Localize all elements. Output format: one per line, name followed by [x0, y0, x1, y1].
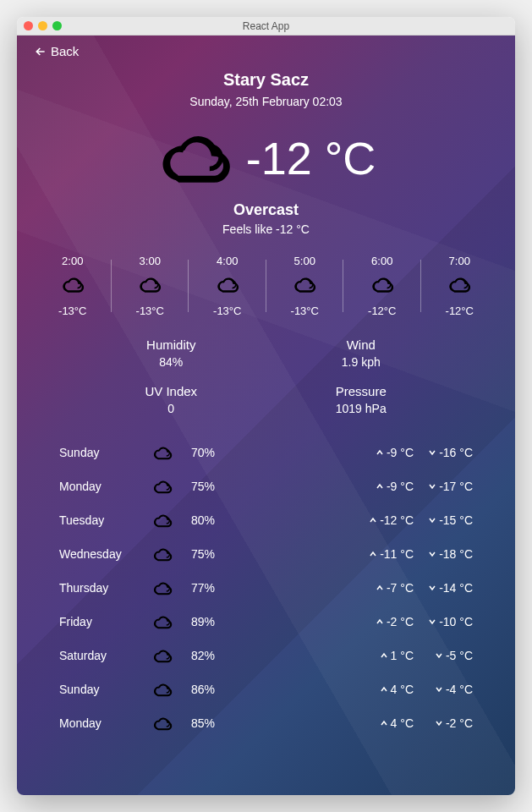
cloud-icon — [152, 612, 186, 632]
cloud-icon — [152, 544, 186, 564]
chevron-up-icon — [376, 615, 384, 628]
titlebar: React App — [17, 17, 515, 36]
hour-temp: -13°C — [189, 304, 266, 317]
humidity-value: 84% — [76, 355, 266, 369]
pressure-label: Pressure — [266, 384, 457, 398]
cloud-icon — [34, 272, 112, 299]
cloud-icon — [152, 476, 186, 497]
chevron-down-icon — [435, 716, 443, 730]
app-window: React App Back Stary Sacz Sunday, 25th F… — [17, 17, 515, 795]
day-name: Monday — [59, 480, 152, 493]
wind-label: Wind — [266, 337, 457, 352]
cloud-icon — [421, 272, 499, 299]
daily-row: Saturday 82% 1 °C -5 °C — [59, 639, 473, 672]
daily-forecast: Sunday 70% -9 °C -16 °C Monday 75% -9 °C… — [59, 436, 473, 740]
hour-temp: -13°C — [34, 304, 112, 317]
day-high: -11 °C — [354, 547, 414, 561]
hour-time: 6:00 — [343, 255, 421, 267]
day-low: -17 °C — [414, 480, 473, 493]
hour-time: 3:00 — [112, 255, 189, 267]
city-name: Stary Sacz — [34, 70, 498, 90]
day-high: -7 °C — [354, 581, 414, 595]
day-name: Sunday — [59, 446, 152, 459]
hourly-item: 6:00 -12°C — [343, 255, 421, 317]
feels-like: Feels like -12 °C — [34, 222, 498, 236]
day-low: -5 °C — [414, 649, 473, 662]
hourly-item: 2:00 -13°C — [34, 255, 112, 317]
chevron-up-icon — [380, 683, 388, 696]
day-low: -2 °C — [414, 716, 473, 730]
day-high: -9 °C — [354, 446, 414, 459]
hourly-item: 4:00 -13°C — [189, 255, 266, 317]
hour-time: 7:00 — [421, 255, 499, 267]
daily-row: Sunday 86% 4 °C -4 °C — [59, 672, 473, 706]
daily-row: Thursday 77% -7 °C -14 °C — [59, 571, 473, 605]
cloud-icon — [152, 442, 186, 463]
cloud-icon — [343, 272, 421, 299]
day-low: -10 °C — [414, 615, 473, 628]
hour-time: 5:00 — [266, 255, 344, 267]
day-precip: 75% — [186, 547, 237, 561]
day-name: Monday — [59, 716, 152, 730]
hourly-item: 5:00 -13°C — [266, 255, 344, 317]
chevron-up-icon — [376, 446, 384, 459]
window-title: React App — [17, 20, 515, 32]
day-name: Tuesday — [59, 513, 152, 527]
day-name: Saturday — [59, 649, 152, 662]
daily-row: Tuesday 80% -12 °C -15 °C — [59, 503, 473, 537]
back-arrow-icon — [34, 45, 47, 58]
hour-time: 2:00 — [34, 255, 112, 267]
minimize-window-button[interactable] — [38, 21, 47, 30]
hour-temp: -13°C — [266, 304, 344, 317]
daily-row: Wednesday 75% -11 °C -18 °C — [59, 537, 473, 571]
cloud-icon — [152, 578, 186, 598]
humidity-stat: Humidity 84% — [76, 337, 266, 369]
hour-time: 4:00 — [189, 255, 266, 267]
humidity-label: Humidity — [76, 337, 266, 352]
day-precip: 85% — [186, 716, 237, 730]
hourly-item: 7:00 -12°C — [421, 255, 499, 317]
day-precip: 75% — [186, 480, 237, 493]
traffic-lights — [24, 21, 62, 30]
pressure-value: 1019 hPa — [266, 402, 457, 415]
chevron-up-icon — [380, 649, 388, 662]
day-precip: 80% — [186, 513, 237, 527]
hourly-item: 3:00 -13°C — [112, 255, 189, 317]
back-button-label: Back — [51, 44, 79, 58]
chevron-up-icon — [369, 547, 377, 561]
daily-row: Sunday 70% -9 °C -16 °C — [59, 436, 473, 469]
day-high: 4 °C — [354, 716, 414, 730]
cloud-icon — [189, 272, 266, 299]
current-condition: Overcast — [34, 201, 498, 219]
day-high: 1 °C — [354, 649, 414, 662]
cloud-icon — [112, 272, 189, 299]
maximize-window-button[interactable] — [52, 21, 62, 30]
chevron-down-icon — [428, 615, 436, 628]
wind-stat: Wind 1.9 kph — [266, 337, 457, 369]
close-window-button[interactable] — [24, 21, 33, 30]
day-low: -4 °C — [414, 683, 473, 696]
cloud-icon — [152, 645, 186, 666]
chevron-down-icon — [428, 547, 436, 561]
day-low: -15 °C — [414, 513, 473, 527]
day-precip: 82% — [186, 649, 237, 662]
cloud-icon — [152, 713, 186, 733]
back-button[interactable]: Back — [34, 44, 79, 58]
hour-temp: -13°C — [112, 304, 189, 317]
day-low: -16 °C — [414, 446, 473, 459]
day-name: Wednesday — [59, 547, 152, 561]
chevron-down-icon — [428, 446, 436, 459]
daily-row: Monday 75% -9 °C -17 °C — [59, 469, 473, 503]
chevron-down-icon — [428, 581, 436, 595]
chevron-up-icon — [376, 581, 384, 595]
day-high: -2 °C — [354, 615, 414, 628]
current-weather-icon — [156, 123, 233, 193]
hour-temp: -12°C — [421, 304, 499, 317]
chevron-up-icon — [369, 513, 377, 527]
chevron-down-icon — [435, 649, 443, 662]
day-high: -9 °C — [354, 480, 414, 493]
day-name: Friday — [59, 615, 152, 628]
hour-temp: -12°C — [343, 304, 421, 317]
uv-value: 0 — [76, 402, 266, 415]
cloud-icon — [152, 679, 186, 700]
